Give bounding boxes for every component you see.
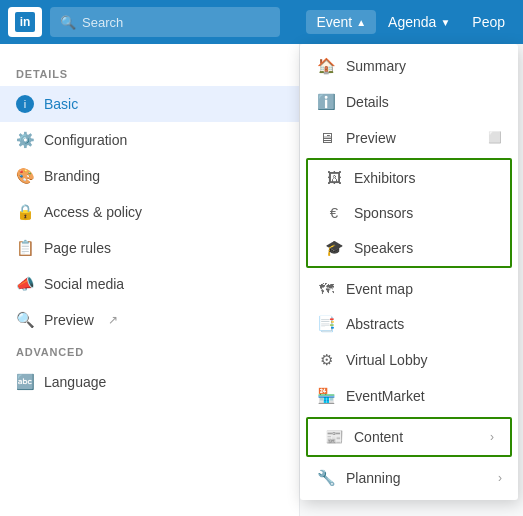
abstracts-icon: 📑 <box>316 315 336 333</box>
dropdown-label-abstracts: Abstracts <box>346 316 404 332</box>
dropdown-label-summary: Summary <box>346 58 406 74</box>
dropdown-label-preview: Preview <box>346 130 396 146</box>
dropdown-item-eventmarket[interactable]: 🏪 EventMarket <box>300 378 518 414</box>
sidebar-item-access-policy[interactable]: 🔒 Access & policy <box>0 194 299 230</box>
highlighted-group-content: 📰 Content › <box>306 417 512 457</box>
sidebar-item-preview[interactable]: 🔍 Preview ↗ <box>0 302 299 338</box>
event-dropdown-menu: 🏠 Summary ℹ️ Details 🖥 Preview ⬜ 🖼 Exhib… <box>300 44 518 500</box>
sidebar-label-social-media: Social media <box>44 276 124 292</box>
monitor-icon: 🖥 <box>316 129 336 146</box>
planning-icon: 🔧 <box>316 469 336 487</box>
highlighted-group-exhibitors-speakers: 🖼 Exhibitors € Sponsors 🎓 Speakers <box>306 158 512 268</box>
dropdown-label-exhibitors: Exhibitors <box>354 170 415 186</box>
content-icon: 📰 <box>324 428 344 446</box>
sidebar: DETAILS i Basic ⚙️ Configuration 🎨 Brand… <box>0 44 300 516</box>
dropdown-item-summary[interactable]: 🏠 Summary <box>300 48 518 84</box>
dropdown-item-details[interactable]: ℹ️ Details <box>300 84 518 120</box>
sidebar-label-branding: Branding <box>44 168 100 184</box>
sidebar-section-details: DETAILS <box>0 60 299 86</box>
circle-info-icon: ℹ️ <box>316 93 336 111</box>
dropdown-item-sponsors[interactable]: € Sponsors <box>308 195 510 230</box>
search-bar[interactable]: 🔍 Search <box>50 7 280 37</box>
sidebar-label-page-rules: Page rules <box>44 240 111 256</box>
chevron-down-icon: ▲ <box>356 17 366 28</box>
dropdown-label-planning: Planning <box>346 470 401 486</box>
sidebar-label-preview: Preview <box>44 312 94 328</box>
dropdown-item-event-map[interactable]: 🗺 Event map <box>300 271 518 306</box>
gear-icon: ⚙️ <box>16 131 34 149</box>
exhibitors-icon: 🖼 <box>324 169 344 186</box>
app-logo[interactable]: in <box>8 7 42 37</box>
dropdown-item-virtual-lobby[interactable]: ⚙ Virtual Lobby <box>300 342 518 378</box>
dropdown-label-speakers: Speakers <box>354 240 413 256</box>
nav-event[interactable]: Event ▲ <box>306 10 376 34</box>
language-icon: 🔤 <box>16 373 34 391</box>
dropdown-item-abstracts[interactable]: 📑 Abstracts <box>300 306 518 342</box>
nav-items: Event ▲ Agenda ▼ Peop <box>306 10 515 34</box>
dropdown-label-eventmarket: EventMarket <box>346 388 425 404</box>
megaphone-icon: 📣 <box>16 275 34 293</box>
info-icon: i <box>16 95 34 113</box>
dropdown-item-exhibitors[interactable]: 🖼 Exhibitors <box>308 160 510 195</box>
map-icon: 🗺 <box>316 280 336 297</box>
sidebar-item-configuration[interactable]: ⚙️ Configuration <box>0 122 299 158</box>
top-navigation: in 🔍 Search Event ▲ Agenda ▼ Peop <box>0 0 523 44</box>
main-area: DETAILS i Basic ⚙️ Configuration 🎨 Brand… <box>0 44 523 516</box>
dropdown-label-virtual-lobby: Virtual Lobby <box>346 352 427 368</box>
sidebar-label-basic: Basic <box>44 96 78 112</box>
dropdown-item-content[interactable]: 📰 Content › <box>308 419 510 455</box>
sidebar-item-branding[interactable]: 🎨 Branding <box>0 158 299 194</box>
search-icon: 🔍 <box>60 15 76 30</box>
dropdown-label-content: Content <box>354 429 403 445</box>
preview-icon: 🔍 <box>16 311 34 329</box>
sidebar-section-advanced: ADVANCED <box>0 338 299 364</box>
right-content: 🏠 Summary ℹ️ Details 🖥 Preview ⬜ 🖼 Exhib… <box>300 44 523 516</box>
dropdown-item-preview[interactable]: 🖥 Preview ⬜ <box>300 120 518 155</box>
chevron-right-icon: › <box>498 471 502 485</box>
search-placeholder: Search <box>82 15 123 30</box>
nav-agenda[interactable]: Agenda ▼ <box>378 10 460 34</box>
dropdown-label-details: Details <box>346 94 389 110</box>
external-icon: ⬜ <box>488 131 502 144</box>
sidebar-item-language[interactable]: 🔤 Language <box>0 364 299 400</box>
logo-icon: in <box>15 12 35 32</box>
sidebar-item-page-rules[interactable]: 📋 Page rules <box>0 230 299 266</box>
dropdown-item-speakers[interactable]: 🎓 Speakers <box>308 230 510 266</box>
sidebar-item-basic[interactable]: i Basic <box>0 86 299 122</box>
sidebar-label-configuration: Configuration <box>44 132 127 148</box>
sidebar-label-language: Language <box>44 374 106 390</box>
chevron-right-icon: › <box>490 430 494 444</box>
graduation-icon: 🎓 <box>324 239 344 257</box>
virtual-lobby-icon: ⚙ <box>316 351 336 369</box>
external-link-icon: ↗ <box>108 313 118 327</box>
page-icon: 📋 <box>16 239 34 257</box>
eventmarket-icon: 🏪 <box>316 387 336 405</box>
sidebar-label-access-policy: Access & policy <box>44 204 142 220</box>
chevron-down-icon: ▼ <box>440 17 450 28</box>
nav-people[interactable]: Peop <box>462 10 515 34</box>
lock-icon: 🔒 <box>16 203 34 221</box>
euro-icon: € <box>324 204 344 221</box>
palette-icon: 🎨 <box>16 167 34 185</box>
home-icon: 🏠 <box>316 57 336 75</box>
dropdown-label-event-map: Event map <box>346 281 413 297</box>
dropdown-item-planning[interactable]: 🔧 Planning › <box>300 460 518 496</box>
dropdown-label-sponsors: Sponsors <box>354 205 413 221</box>
sidebar-item-social-media[interactable]: 📣 Social media <box>0 266 299 302</box>
